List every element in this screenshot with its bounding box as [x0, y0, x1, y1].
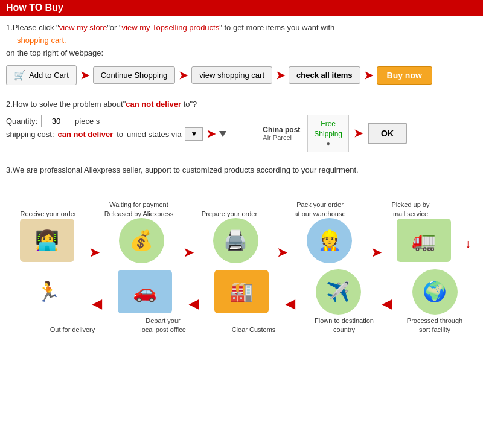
arrow-h-6: ◀: [278, 272, 302, 311]
row1-labels: Receive your order Waiting for paymentRe…: [12, 199, 471, 218]
free-shipping-badge: Free Shipping ●: [307, 115, 349, 152]
down-arrow: ↓: [465, 231, 471, 251]
arrow-h-7: ◀: [181, 272, 205, 311]
proc-label-7: Flown to destinationcountry: [308, 315, 380, 334]
shipping-to-text: to: [117, 130, 123, 139]
step1-text-after: " to get more items you want with: [219, 23, 334, 32]
label-flown: Flown to destinationcountry: [315, 315, 374, 334]
step2-prefix: 2.How to solve the problem about": [6, 100, 126, 109]
arrow-h-8: ◀: [85, 272, 109, 311]
purchase-flow: 🛒 Add to Cart ➤ Continue Shopping ➤ view…: [6, 65, 477, 85]
step1-section: 1.Please click "view my store"or "view m…: [0, 22, 483, 100]
continue-shopping-button[interactable]: Continue Shopping: [93, 66, 176, 84]
h-arrow-7: ◀: [189, 296, 198, 311]
check-items-label: check all items: [296, 71, 353, 80]
dropdown-triangle[interactable]: [219, 131, 226, 137]
add-to-cart-label: Add to Cart: [29, 71, 69, 80]
step1-description: 1.Please click "view my store"or "view m…: [6, 22, 477, 59]
step2-right-panel: China post Air Parcel Free Shipping ● ➤ …: [263, 115, 407, 152]
icon-cell-2: 💰: [106, 218, 177, 263]
row1-icons: 👩‍💻 ➤ 💰 ➤ 🖨️ ➤ 👷 ➤ 🚛 ↓: [12, 218, 471, 263]
shipping-label2: Shipping: [314, 129, 342, 139]
piece-label: piece s: [75, 117, 100, 126]
flow-arrow-2: ➤: [179, 69, 188, 82]
buy-now-button[interactable]: Buy now: [377, 66, 432, 85]
quantity-row: Quantity: piece s: [6, 115, 226, 127]
step1-top-right-text: on the top right of webpage:: [6, 48, 103, 57]
view-topselling-link[interactable]: view my Topselling products: [122, 23, 220, 32]
proc-label-8: Clear Customs: [217, 315, 290, 334]
via-dropdown[interactable]: ▼: [185, 127, 203, 141]
proc-label-10: Out for delivery: [36, 315, 109, 334]
ok-button[interactable]: OK: [368, 123, 407, 144]
delivery-icon: 🏃: [21, 270, 75, 313]
arrow-h-2: ➤: [177, 221, 200, 260]
free-shipping-ok-row: Free Shipping ● ➤ OK: [307, 115, 407, 152]
quantity-input[interactable]: [41, 115, 71, 127]
shipping-ok-arrow: ➤: [354, 127, 363, 140]
china-post-info: China post Air Parcel: [263, 126, 300, 141]
icon-cell-5: 🚛: [388, 219, 459, 262]
payment-icon: 💰: [119, 218, 164, 263]
arrow-h-4: ➤: [365, 221, 388, 260]
cannot-deliver-text: can not deliver: [126, 100, 181, 109]
step1-text-before: 1.Please click ": [6, 23, 59, 32]
step3-text: 3.We are professional Aliexpress seller,…: [6, 165, 477, 174]
sort-icon: 🌍: [412, 269, 458, 315]
printer-icon: 🖨️: [213, 218, 258, 263]
view-store-link[interactable]: view my store: [59, 23, 107, 32]
label-prepare: Prepare your order: [202, 199, 257, 218]
customs-icon: 🏭: [214, 270, 269, 313]
label-sort: Processed throughsort facility: [407, 315, 462, 334]
quantity-label: Quantity:: [6, 117, 37, 126]
arrow-h-1: ➤: [83, 221, 106, 260]
proc-label-6: Processed throughsort facility: [398, 315, 471, 334]
h-arrow-1: ➤: [89, 245, 100, 260]
flow-arrow-4: ➤: [364, 69, 373, 82]
check-items-button[interactable]: check all items: [289, 66, 360, 84]
shipping-label: shipping cost:: [6, 130, 54, 139]
step2-title: 2.How to solve the problem about"can not…: [6, 100, 477, 109]
h-arrow-2: ➤: [184, 245, 194, 260]
proc-label-3: Prepare your order: [193, 199, 266, 218]
continue-shopping-label: Continue Shopping: [101, 71, 168, 80]
label-pack: Pack your orderat our warehouse: [295, 199, 346, 218]
label-receive: Receive your order: [21, 199, 77, 218]
cannot-deliver-shipping: can not deliver: [58, 130, 114, 139]
step2-left-panel: Quantity: piece s shipping cost:can not …: [6, 115, 226, 141]
view-cart-label: view shopping cart: [199, 71, 264, 80]
h-arrow-4: ➤: [371, 245, 382, 260]
proc-label-4: Pack your orderat our warehouse: [284, 199, 356, 218]
h-arrow-6: ◀: [286, 296, 295, 311]
page-title: How TO Buy: [0, 0, 483, 16]
arrow-h-3: ➤: [270, 221, 294, 260]
view-cart-button[interactable]: view shopping cart: [191, 66, 272, 84]
process-diagram: Receive your order Waiting for paymentRe…: [0, 193, 483, 340]
via-link[interactable]: unied states via: [127, 130, 181, 139]
shipping-dot: ●: [314, 139, 342, 148]
add-to-cart-button[interactable]: 🛒 Add to Cart: [6, 65, 77, 85]
h-arrow-5: ◀: [382, 296, 391, 311]
h-arrow-8: ◀: [92, 296, 101, 311]
step3-section: 3.We are professional Aliexpress seller,…: [0, 165, 483, 193]
shopping-cart-link: shopping cart.: [17, 36, 66, 45]
flow-arrow-1: ➤: [80, 69, 89, 82]
icon-cell-4: 👷: [294, 218, 365, 263]
header-title: How TO Buy: [6, 2, 63, 13]
free-label: Free: [314, 119, 342, 129]
arrow-h-5: ◀: [374, 272, 398, 311]
worker-icon: 👷: [307, 218, 352, 263]
icon-cell-7: ✈️: [302, 269, 374, 315]
proc-label-1: Receive your order: [12, 199, 85, 218]
label-out-delivery: Out for delivery: [50, 315, 95, 334]
icon-cell-3: 🖨️: [200, 218, 271, 263]
proc-label-9: Depart yourlocal post office: [127, 315, 199, 334]
icon-cell-10: 🏃: [12, 270, 85, 313]
label-pickup: Picked up bymail service: [392, 199, 430, 218]
row2-icons: 🌍 ◀ ✈️ ◀ 🏭 ◀ 🚗 ◀ 🏃: [12, 269, 471, 315]
step2-content: Quantity: piece s shipping cost:can not …: [6, 115, 477, 152]
step1-text-or: "or ": [107, 23, 121, 32]
shipping-row: shipping cost:can not deliver to unied s…: [6, 127, 226, 141]
icon-cell-9: 🚗: [109, 270, 181, 313]
ok-label: OK: [381, 129, 394, 138]
